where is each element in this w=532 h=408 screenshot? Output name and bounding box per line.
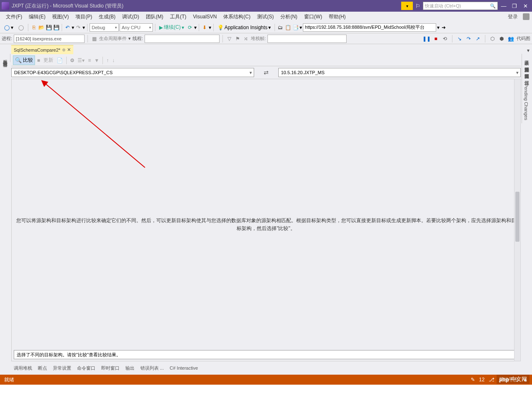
status-pencil-icon: ✎: [471, 377, 475, 383]
target-db-combo[interactable]: 10.5.16.20.JXTP_MS: [278, 68, 521, 77]
quick-launch-input[interactable]: 快速启动 (Ctrl+Q) 🔍: [423, 2, 498, 10]
menu-tools[interactable]: 工具(T): [167, 12, 190, 22]
filter-funnel-icon: ▼: [93, 58, 100, 63]
close-button[interactable]: ✕: [520, 2, 530, 10]
step-out-icon[interactable]: ↗: [475, 35, 481, 42]
nav-fwd-button[interactable]: ◯: [16, 23, 26, 32]
menu-visualsvn[interactable]: VisualSVN: [190, 13, 220, 21]
config-combo[interactable]: Debug: [90, 23, 119, 32]
tab-overflow-icon[interactable]: ▾: [525, 47, 532, 54]
window-title: JXPT (正在运行) - Microsoft Visual Studio (管…: [12, 3, 123, 10]
vs-logo-icon: [2, 2, 9, 10]
menu-edit[interactable]: 编辑(E): [25, 12, 49, 22]
continue-button[interactable]: ▶ 继续(C) ▾: [157, 23, 186, 32]
lifecycle-icon[interactable]: ▦: [91, 35, 97, 42]
tab-csharp-interactive[interactable]: C# Interactive: [170, 365, 198, 370]
menu-team[interactable]: 团队(M): [142, 12, 167, 22]
compare-status-message: 选择了不同的目标架构。请按"比较"查看比较结果。: [14, 350, 518, 359]
close-tab-icon[interactable]: ✕: [67, 47, 71, 53]
scrollbar-thumb[interactable]: [515, 192, 520, 242]
notification-icon[interactable]: ▾: [401, 2, 413, 10]
menu-file[interactable]: 文件(F): [2, 12, 25, 22]
minimize-button[interactable]: —: [499, 2, 509, 10]
menu-view[interactable]: 视图(V): [49, 12, 72, 22]
menu-window[interactable]: 窗口(W): [301, 12, 325, 22]
menu-debug[interactable]: 调试(D): [119, 12, 142, 22]
right-tab-pending[interactable]: Pending Changes: [522, 80, 530, 123]
app-insights-button[interactable]: 💡 Application Insights ▾: [216, 23, 272, 32]
flag-thread-icon[interactable]: ⚑: [234, 35, 241, 42]
tab-command[interactable]: 命令窗口: [77, 365, 95, 371]
compare-icon: 🔍: [15, 57, 22, 63]
right-tab-properties[interactable]: 属性: [522, 74, 532, 80]
tab-output[interactable]: 输出: [125, 365, 135, 371]
update-button: 更新: [42, 57, 55, 64]
watermark-text: 中文网: [511, 375, 527, 383]
filter-icon[interactable]: ▽: [226, 35, 232, 42]
pin-icon[interactable]: ⊕: [62, 48, 65, 52]
options-gear-icon[interactable]: ⚙: [69, 57, 75, 64]
svn-icon-3[interactable]: 📑: [292, 24, 299, 31]
status-ready: 就绪: [4, 376, 14, 383]
right-tab-team[interactable]: 团队资源管理器: [522, 67, 532, 74]
left-tool-window-tab[interactable]: 服务器资源管理器: [0, 54, 10, 62]
watermark-php: php: [499, 376, 509, 383]
refresh-icon[interactable]: ⟳: [187, 24, 193, 31]
codemap-button[interactable]: 代码图: [517, 35, 530, 42]
avatar-icon[interactable]: [523, 13, 530, 20]
document-tab-active[interactable]: SqlSchemaCompare2* ⊕ ✕: [11, 45, 73, 54]
tab-errorlist[interactable]: 错误列表 ...: [140, 365, 164, 371]
shuffle-icon[interactable]: ⤭: [242, 35, 249, 42]
thread-combo[interactable]: [145, 35, 220, 43]
status-count: 12: [479, 377, 485, 383]
menu-architecture[interactable]: 体系结构(C): [220, 12, 254, 22]
svn-icon-1[interactable]: 🗂: [277, 24, 284, 31]
tab-breakpoints[interactable]: 断点: [38, 365, 47, 371]
step-into-icon[interactable]: ↘: [456, 35, 463, 42]
right-tab-diagnostics[interactable]: 诊断工具: [522, 54, 532, 60]
menu-help[interactable]: 帮助(H): [325, 12, 349, 22]
menu-analyze[interactable]: 分析(N): [277, 12, 301, 22]
svn-icon-2[interactable]: 📋: [285, 24, 291, 31]
step-over-icon[interactable]: ↷: [465, 35, 472, 42]
tab-callstack[interactable]: 调用堆栈: [14, 365, 32, 371]
nav-back-button[interactable]: ◯▾: [2, 23, 15, 32]
swap-icon[interactable]: ⇄: [256, 69, 277, 76]
thread-label: 线程:: [132, 35, 143, 42]
source-db-combo[interactable]: DESKTOP-E43GCGP\SQLEXPRESS.JXPT_CS: [11, 68, 254, 77]
process-combo[interactable]: [16240] iisexpress.exe: [14, 35, 85, 43]
svn-url-input[interactable]: https://192.168.75.168:8888/svn/EPD_MidS…: [303, 23, 436, 32]
sign-in-link[interactable]: 登录: [508, 13, 522, 20]
misc-icon-2[interactable]: ⬢: [498, 35, 505, 42]
misc-icon-1[interactable]: ⬡: [489, 35, 496, 42]
debug-toolbar: 进程: [16240] iisexpress.exe ▦ 生命周期事件▾ 线程:…: [0, 33, 532, 44]
maximize-button[interactable]: ❐: [510, 2, 520, 10]
stackframe-combo[interactable]: [267, 35, 347, 43]
svn-go-icon[interactable]: ➜: [440, 24, 447, 31]
script-icon: 📄: [55, 58, 64, 63]
stop-icon[interactable]: ■: [432, 35, 439, 42]
save-all-icon[interactable]: 💾: [53, 24, 60, 31]
tab-immediate[interactable]: 即时窗口: [101, 365, 120, 371]
browser-link-icon[interactable]: ⬇: [201, 24, 208, 31]
lifecycle-label[interactable]: 生命周期事件: [99, 35, 127, 42]
menu-test[interactable]: 测试(S): [254, 12, 277, 22]
open-file-icon[interactable]: 📂: [38, 24, 45, 31]
pause-icon[interactable]: ❚❚: [423, 35, 430, 42]
hierarchy-icon[interactable]: 👥: [507, 35, 514, 42]
tab-exceptions[interactable]: 异常设置: [53, 365, 71, 371]
vertical-scrollbar[interactable]: [514, 79, 521, 361]
redo-icon[interactable]: ↷: [75, 24, 82, 31]
menu-project[interactable]: 项目(P): [72, 12, 95, 22]
undo-icon[interactable]: ↶: [64, 24, 71, 31]
platform-combo[interactable]: Any CPU: [120, 23, 153, 32]
status-branch-icon[interactable]: ⎇: [489, 377, 495, 383]
compare-button[interactable]: 🔍 比较: [13, 55, 35, 65]
right-tab-solution[interactable]: 解决方案资源管理器: [522, 60, 532, 67]
save-icon[interactable]: 💾: [45, 24, 52, 31]
new-project-icon[interactable]: ⎘: [30, 24, 37, 31]
menu-build[interactable]: 生成(B): [95, 12, 119, 22]
restart-icon[interactable]: ⟲: [442, 35, 448, 42]
prev-diff-icon: ↑: [105, 58, 110, 63]
feedback-flag-icon[interactable]: ⚐: [414, 2, 422, 10]
